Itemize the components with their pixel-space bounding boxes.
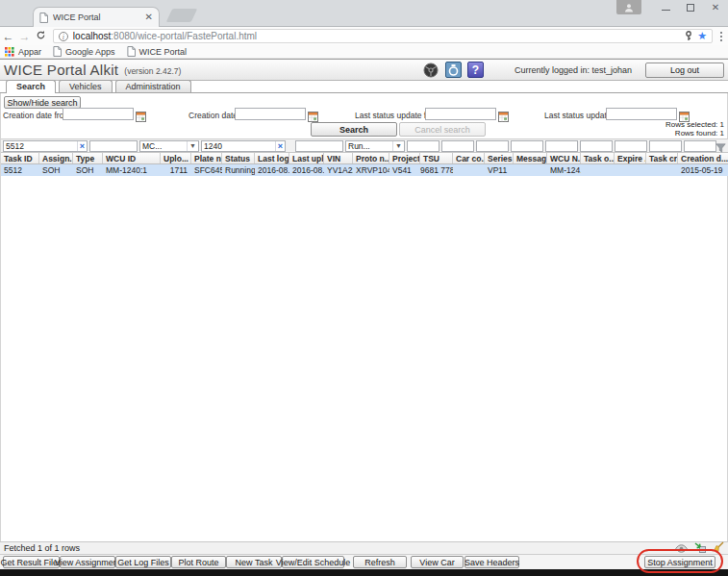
column-header-proto-n[interactable]: Proto n...: [353, 153, 389, 163]
bookmark-wice-portal[interactable]: WICE Portal: [127, 46, 188, 57]
browser-menu-icon[interactable]: [715, 32, 728, 41]
steering-wheel-icon[interactable]: [423, 62, 439, 78]
cell: 5512: [1, 164, 39, 176]
key-icon[interactable]: [685, 31, 692, 41]
filter-empty[interactable]: [649, 140, 682, 152]
grid-status-bar: Fetched 1 of 1 rows: [0, 541, 728, 554]
grid-body: 5512SOHSOHMM-1240:11711SFC645Running2016…: [1, 164, 728, 176]
profile-icon[interactable]: [616, 0, 641, 14]
window-close-button[interactable]: ✕: [703, 0, 728, 14]
bottom-toolbar: Get Result FilesView AssignmentGet Log F…: [0, 554, 728, 569]
chevron-down-icon: ▼: [187, 141, 198, 151]
results-grid: 5512×MC...▼1240×Run...▼ Task IDAssign...…: [1, 138, 728, 176]
tab-administration[interactable]: Administration: [115, 80, 191, 92]
new-tab-button[interactable]: [166, 9, 198, 22]
get-result-files-button[interactable]: Get Result Files: [3, 556, 60, 568]
bookmark-appar[interactable]: Appar: [5, 47, 41, 57]
tab-vehicles[interactable]: Vehicles: [59, 80, 113, 92]
filter-status[interactable]: Run...▼: [345, 140, 405, 152]
info-icon[interactable]: i: [59, 32, 68, 41]
tab-close-icon[interactable]: ✕: [145, 13, 153, 22]
bookmarks-bar: ApparGoogle AppsWICE Portal: [0, 45, 728, 59]
url-bar[interactable]: i localhost:8080/wice-portal/FastePortal…: [53, 29, 713, 43]
search-button[interactable]: Search: [311, 122, 397, 137]
filter-empty[interactable]: [580, 140, 613, 152]
calendar-icon[interactable]: [308, 109, 318, 119]
filter-empty[interactable]: [615, 140, 647, 152]
column-header-type[interactable]: Type: [73, 153, 103, 163]
column-header-tsu[interactable]: TSU: [420, 153, 453, 163]
date-field-input[interactable]: [235, 108, 306, 120]
back-icon[interactable]: ←: [0, 30, 16, 43]
clear-filter-icon[interactable]: ×: [275, 141, 285, 151]
column-header-task-cr[interactable]: Task cr...: [646, 153, 678, 163]
column-header-status[interactable]: Status: [222, 153, 255, 163]
cell: XRVP1041: [353, 164, 389, 176]
help-icon[interactable]: ?: [467, 62, 484, 78]
filter-task-id[interactable]: 5512×: [3, 140, 88, 152]
stop-assignment-button[interactable]: Stop Assignment: [644, 556, 715, 568]
plot-route-button[interactable]: Plot Route: [171, 556, 226, 568]
window-minimize-button[interactable]: [653, 0, 678, 14]
app-version: (version 2.42.7): [124, 66, 181, 76]
filter-empty[interactable]: [407, 140, 439, 152]
window-bottom-edge: [0, 569, 728, 576]
rows-info: Rows selected: 1 Rows found: 1: [665, 121, 724, 138]
calendar-icon[interactable]: [679, 109, 690, 119]
filter-assignment[interactable]: [89, 140, 138, 152]
reload-icon[interactable]: [33, 30, 49, 43]
save-headers-button[interactable]: Save Headers: [464, 556, 519, 568]
view-car-button[interactable]: View Car: [411, 556, 464, 568]
grid-header-row: Task IDAssign...TypeWCU IDUplo...Plate n…: [1, 152, 728, 164]
log-out-button[interactable]: Log out: [645, 63, 724, 78]
filter-type[interactable]: MC...▼: [139, 140, 199, 152]
forward-icon[interactable]: →: [16, 30, 33, 43]
get-log-files-button[interactable]: Get Log Files: [115, 556, 171, 568]
column-header-car-co[interactable]: Car co...: [453, 153, 485, 163]
tab-search[interactable]: Search: [6, 80, 56, 92]
bookmark-google-apps[interactable]: Google Apps: [53, 46, 115, 57]
grid-filter-row: 5512×MC...▼1240×Run...▼: [1, 138, 728, 152]
filter-empty[interactable]: [441, 140, 474, 152]
column-header-last-upl[interactable]: Last upl...: [289, 153, 324, 163]
filter-empty[interactable]: [684, 140, 716, 152]
filter-empty[interactable]: [476, 140, 509, 152]
column-header-task-id[interactable]: Task ID: [1, 153, 39, 163]
view-assignment-button[interactable]: View Assignment: [60, 556, 115, 568]
bookmark-star-icon[interactable]: ★: [697, 31, 707, 41]
filter-empty[interactable]: [545, 140, 578, 152]
column-header-last-log[interactable]: Last log: [255, 153, 289, 163]
view-edit-schedule-button[interactable]: View/Edit Schedule: [282, 556, 344, 568]
stopwatch-icon[interactable]: [445, 62, 462, 78]
filter-value: 1240: [204, 141, 222, 151]
column-header-uplo[interactable]: Uplo...: [161, 153, 191, 163]
column-header-task-o[interactable]: Task o...: [581, 153, 615, 163]
app-tab-bar: SearchVehiclesAdministration: [0, 81, 728, 93]
window-maximize-button[interactable]: [678, 0, 703, 14]
filter-funnel-icon[interactable]: [715, 140, 726, 158]
column-header-assign[interactable]: Assign...: [39, 153, 73, 163]
date-field-input[interactable]: [63, 108, 134, 120]
refresh-button[interactable]: Refresh: [353, 556, 407, 568]
column-header-expire[interactable]: Expire ...: [615, 153, 646, 163]
calendar-icon[interactable]: [498, 109, 509, 119]
new-task-button[interactable]: New Task: [226, 556, 282, 568]
clear-filter-icon[interactable]: ×: [77, 141, 87, 151]
column-header-wcu-n[interactable]: WCU N...: [547, 153, 581, 163]
filter-plate[interactable]: [295, 140, 343, 152]
filter-empty[interactable]: [511, 140, 543, 152]
browser-tab[interactable]: WICE Portal ✕: [33, 7, 160, 27]
column-header-series[interactable]: Series: [485, 153, 514, 163]
column-header-wcu-id[interactable]: WCU ID: [103, 153, 161, 163]
filter-wcu-id[interactable]: 1240×: [201, 140, 286, 152]
column-header-plate-nu[interactable]: Plate nu...: [191, 153, 222, 163]
date-field-input[interactable]: [606, 108, 677, 120]
bookmark-label: Google Apps: [65, 47, 115, 57]
column-header-vin[interactable]: VIN: [324, 153, 353, 163]
calendar-icon[interactable]: [136, 109, 146, 119]
column-header-project[interactable]: Project: [389, 153, 420, 163]
table-row-selected[interactable]: 5512SOHSOHMM-1240:11711SFC645Running2016…: [1, 164, 728, 176]
cell: SOH: [73, 164, 103, 176]
column-header-message[interactable]: Message: [514, 153, 547, 163]
date-field-input[interactable]: [425, 108, 496, 120]
